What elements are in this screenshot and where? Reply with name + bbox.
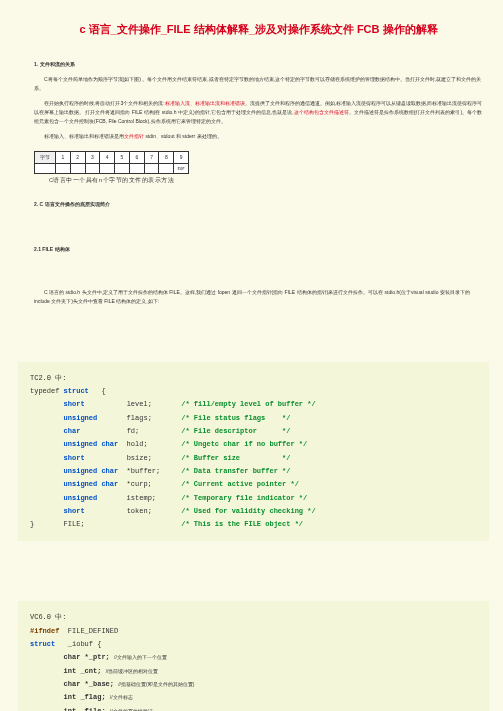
figure-row-header: 字节 1 2 3 4 5 6 7 8 9	[34, 151, 189, 164]
cell	[85, 164, 100, 173]
directive: #ifndef	[30, 627, 59, 635]
cell	[114, 164, 129, 173]
code-line: } FILE; /* This is the FILE object */	[30, 518, 477, 531]
code-line: char *_ptr; //文件输入的下一个位置	[30, 651, 477, 664]
section-1-head: 1. 文件和流的关系	[34, 60, 483, 69]
code-tc20: TC2.0 中: typedef struct { short level; /…	[18, 362, 489, 542]
code-line: int _cnt; //当前缓冲区的相对位置	[30, 665, 477, 678]
cell	[55, 164, 70, 173]
para-1b: 在开始执行程序的时候,将自动打开3个文件和相关的流:标准输入流、标准输出流和标准…	[34, 99, 483, 126]
para-2: C 语言的 stdio.h 头文件中,定义了用于文件操作的结构体 FILE。这样…	[34, 288, 483, 306]
code-line: typedef struct {	[30, 385, 477, 398]
text: 标准输入、标准输出和标准错误是用	[44, 133, 124, 139]
cell: 3	[85, 152, 100, 163]
red-text: 这个结构包含文件描述符	[294, 109, 349, 115]
code-vc60: VC6.0 中: #ifndef FILE_DEFINED struct _io…	[18, 601, 489, 711]
cell	[35, 164, 55, 173]
figure-byte-stream: 字节 1 2 3 4 5 6 7 8 9 EOF C语言中一个具有n个字节的文件…	[34, 151, 189, 186]
figure-row-body: EOF	[34, 164, 189, 174]
cell: EOF	[173, 164, 188, 173]
text: 在开始执行程序的时候,将自动打开3个文件和相关的流:	[44, 100, 165, 106]
code-line: short level; /* fill/empty level of buff…	[30, 398, 477, 411]
code-line: unsigned char hold; /* Ungetc char if no…	[30, 438, 477, 451]
para-1a: C将每个文件简单地作为顺序字节流(如下图) 。每个文件用文件结束符结束,或者在特…	[34, 75, 483, 93]
cell: 9	[173, 152, 188, 163]
para-1d: 标准输入、标准输出和标准错误是用文件指针 stdin、stdout 和 stde…	[34, 132, 483, 141]
cell: 7	[144, 152, 159, 163]
code-line: unsigned char *buffer; /* Data transfer …	[30, 465, 477, 478]
figure-bytes-label: 字节	[35, 152, 55, 163]
code-line: unsigned flags; /* File status flags */	[30, 412, 477, 425]
cell: 4	[99, 152, 114, 163]
keyword: struct	[30, 640, 55, 648]
cell: 2	[70, 152, 85, 163]
code-line: unsigned char *curp; /* Current active p…	[30, 478, 477, 491]
cell: 1	[55, 152, 70, 163]
code-text: FILE_DEFINED	[59, 627, 118, 635]
section-2-head: 2. C 语言文件操作的底层实现简介	[34, 200, 483, 209]
cell	[99, 164, 114, 173]
code-line: char *_base; //指基础位置(即是文件的其始位置)	[30, 678, 477, 691]
code-line: int _file; //文件的有效性验证	[30, 705, 477, 711]
cell	[158, 164, 173, 173]
figure-caption: C语言中一个具有n个字节的文件的表示方法	[34, 176, 189, 186]
cell	[70, 164, 85, 173]
code-line: unsigned istemp; /* Temporary file indic…	[30, 492, 477, 505]
red-text: 文件指针	[124, 133, 144, 139]
code-line: short token; /* Used for validity checki…	[30, 505, 477, 518]
text: stdin、stdout 和 stderr 来处理的。	[144, 133, 222, 139]
code-line: char fd; /* File descriptor */	[30, 425, 477, 438]
section-2-sub: 2.1 FILE 结构体	[34, 245, 483, 254]
cell	[129, 164, 144, 173]
cell: 6	[129, 152, 144, 163]
red-text: 标准输入流、标准输出流和标准错误	[165, 100, 245, 106]
code-label: TC2.0 中:	[30, 372, 477, 385]
code-line: short bsize; /* Buffer size */	[30, 452, 477, 465]
code-label: VC6.0 中:	[30, 611, 477, 624]
cell	[144, 164, 159, 173]
code-line: int _flag; //文件标志	[30, 691, 477, 704]
cell: 5	[114, 152, 129, 163]
cell: 8	[158, 152, 173, 163]
code-text: _iobuf {	[55, 640, 101, 648]
page-title: c 语言_文件操作_FILE 结构体解释_涉及对操作系统文件 FCB 操作的解释	[34, 20, 483, 40]
text: 打开文件将返回指向 FILE 结构(在 stdio.h 中定义)的指针,它包含用…	[85, 109, 293, 115]
